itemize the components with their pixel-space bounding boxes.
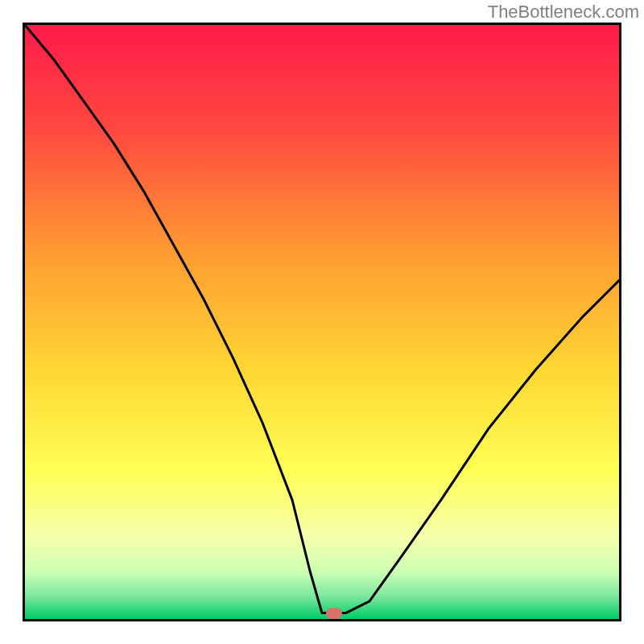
chart-container: TheBottleneck.com <box>0 0 644 644</box>
optimal-point-marker <box>326 608 342 619</box>
bottleneck-curve <box>25 25 619 619</box>
plot-area <box>23 23 621 621</box>
watermark-text: TheBottleneck.com <box>488 2 639 23</box>
